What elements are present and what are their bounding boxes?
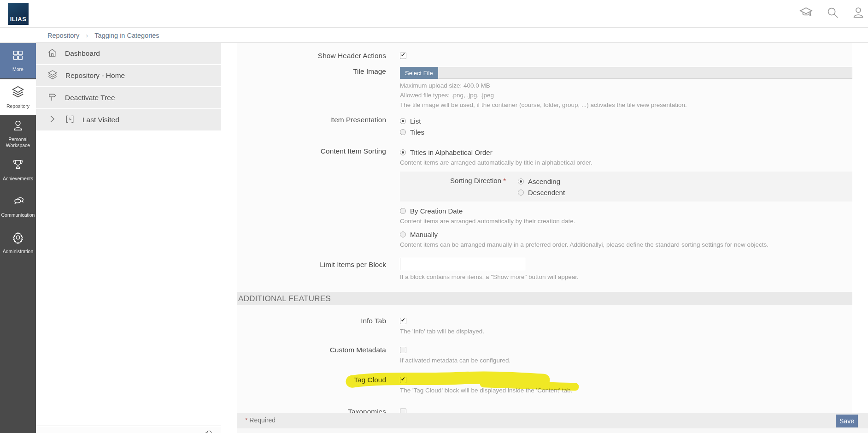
field-label: Tile Image (237, 67, 386, 76)
rail-item-administration[interactable]: Administration (0, 225, 36, 261)
form-row-info-tab: Info Tab The 'Info' tab will be displaye… (237, 316, 852, 336)
radio-dot[interactable] (400, 129, 406, 135)
radio-dot[interactable] (518, 190, 524, 196)
limit-items-input[interactable] (400, 258, 525, 270)
sidebar-item-repository-home[interactable]: Repository - Home (36, 65, 221, 86)
creation-date-desc: Content items are arranged automatically… (400, 216, 852, 226)
radio-dot[interactable] (400, 118, 406, 124)
top-icon-group (798, 6, 865, 21)
section-header-additional-features: ADDITIONAL FEATURES (237, 292, 852, 305)
logo-text: ILIAS (10, 16, 27, 23)
signpost-icon (47, 92, 58, 104)
tag-cloud-checkbox[interactable] (400, 377, 406, 383)
custom-metadata-checkbox[interactable] (400, 347, 406, 353)
sidebar-item-label: Dashboard (65, 49, 100, 58)
form-row-item-presentation: Item Presentation List Tiles (237, 115, 852, 137)
rail-item-repository[interactable]: Repository (0, 79, 36, 115)
field-label: Info Tab (237, 316, 386, 325)
field-label: Item Presentation (237, 115, 386, 124)
field-label: Content Item Sorting (237, 147, 386, 155)
form-row-limit-items: Limit Items per Block If a block contain… (237, 258, 852, 282)
sidebar-item-deactivate-tree[interactable]: Deactivate Tree (36, 87, 221, 108)
sidebar-footer: ⤺ (36, 426, 221, 433)
radio-manually[interactable]: Manually (400, 229, 852, 240)
layers-icon (47, 69, 58, 82)
required-note: * Required (245, 416, 276, 424)
rail-item-communication[interactable]: Communication (0, 189, 36, 224)
clock-bracket-icon (65, 114, 75, 126)
radio-dot[interactable] (400, 149, 406, 155)
field-label: Tag Cloud (237, 375, 386, 384)
required-asterisk: * (245, 416, 247, 424)
main-content: Show Header Actions Tile Image Select Fi… (221, 43, 868, 433)
rail-item-personal-workspace[interactable]: Personal Workspace (0, 116, 36, 151)
form-row-tile-image: Tile Image Select File Maximum upload si… (237, 67, 852, 110)
form-row-tag-cloud: Tag Cloud The 'Tag Cloud' block will be … (237, 375, 852, 395)
upload-size-note: Maximum upload size: 400.0 MB (400, 81, 852, 90)
radio-dot[interactable] (400, 231, 406, 237)
tile-image-note: The tile image will be used, if the cont… (400, 100, 852, 110)
show-header-actions-checkbox[interactable] (400, 53, 406, 59)
select-file-button[interactable]: Select File (400, 67, 438, 79)
chat-icon (12, 195, 24, 209)
custom-metadata-desc: If activated metadata can be configured. (400, 356, 852, 365)
radio-dot[interactable] (400, 208, 406, 214)
gear-icon (12, 231, 24, 246)
settings-form: Show Header Actions Tile Image Select Fi… (237, 43, 852, 413)
collapse-sidebar-icon[interactable]: ⤺ (205, 428, 212, 433)
sidebar-item-label: Deactivate Tree (65, 94, 115, 102)
field-label: Limit Items per Block (237, 258, 386, 269)
form-row-show-header-actions: Show Header Actions (237, 51, 852, 60)
form-row-content-item-sorting: Content Item Sorting Titles in Alphabeti… (237, 147, 852, 249)
tag-cloud-desc: The 'Tag Cloud' block will be displayed … (400, 386, 852, 395)
limit-items-desc: If a block contains more items, a "Show … (400, 272, 852, 282)
help-icon[interactable] (798, 6, 814, 21)
radio-dot[interactable] (518, 178, 524, 184)
layers-icon (11, 85, 25, 101)
breadcrumb-current[interactable]: Tagging in Categories (94, 32, 159, 39)
sidebar-item-last-visited[interactable]: Last Visited (36, 109, 221, 130)
field-label: Custom Metadata (237, 345, 386, 354)
rail-item-label: Personal Workspace (0, 136, 36, 148)
user-icon[interactable] (851, 6, 865, 21)
trophy-icon (12, 158, 24, 173)
grid-icon (12, 49, 24, 64)
chevron-right-icon[interactable] (47, 114, 57, 126)
save-button[interactable]: Save (836, 415, 858, 427)
secondary-sidebar: Dashboard Repository - Home Deactivate T… (36, 43, 221, 433)
search-icon[interactable] (826, 6, 839, 21)
radio-alphabetical[interactable]: Titles in Alphabetical Order (400, 147, 852, 158)
radio-by-creation-date[interactable]: By Creation Date (400, 205, 852, 216)
manually-desc: Content items can be arranged manually i… (400, 240, 852, 249)
file-types-note: Allowed file types: .png, .jpg, .jpeg (400, 90, 852, 100)
field-label: Show Header Actions (237, 51, 386, 60)
rail-item-label: Administration (2, 249, 35, 255)
main-nav-rail: More Repository Personal Workspace Achie… (0, 43, 36, 433)
form-footer: * Required Save (237, 413, 868, 428)
required-asterisk: * (503, 177, 506, 184)
sidebar-item-label: Repository - Home (65, 71, 125, 80)
ilias-logo[interactable]: ILIAS (8, 3, 29, 25)
file-input-bar[interactable] (438, 67, 852, 79)
rail-item-label: Repository (6, 103, 30, 109)
radio-descendent[interactable]: Descendent (518, 187, 565, 198)
info-tab-checkbox[interactable] (400, 318, 406, 324)
footer-spacer (237, 428, 868, 433)
radio-ascending[interactable]: Ascending (518, 176, 565, 187)
sidebar-item-dashboard[interactable]: Dashboard (36, 43, 221, 64)
breadcrumb-repository[interactable]: Repository (47, 32, 79, 39)
radio-tiles[interactable]: Tiles (400, 126, 852, 137)
rail-item-more[interactable]: More (0, 43, 36, 78)
alphabetical-desc: Content items are arranged automatically… (400, 158, 852, 167)
field-label: Sorting Direction * (400, 176, 506, 198)
sorting-direction-subpanel: Sorting Direction * Ascending Descendent (400, 172, 852, 202)
breadcrumb-separator-icon: › (86, 31, 88, 39)
radio-list[interactable]: List (400, 115, 852, 126)
rail-item-achievements[interactable]: Achievements (0, 152, 36, 188)
info-tab-desc: The 'Info' tab will be displayed. (400, 326, 852, 336)
breadcrumb: Repository › Tagging in Categories (0, 28, 868, 43)
form-row-custom-metadata: Custom Metadata If activated metadata ca… (237, 345, 852, 365)
top-bar: ILIAS (0, 0, 868, 28)
person-icon (12, 119, 24, 134)
rail-item-label: Communication (0, 212, 36, 218)
